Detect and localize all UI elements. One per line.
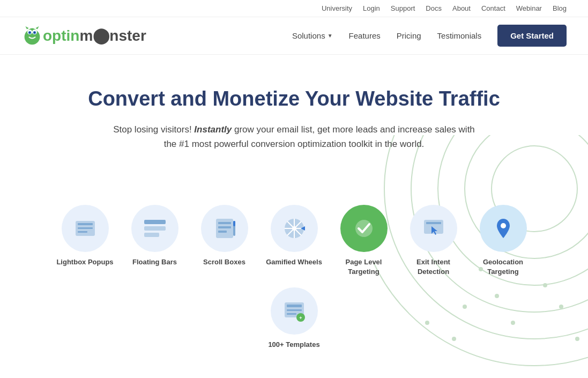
templates-icon-bg: + [271, 287, 318, 335]
main-nav: optinm⬤nster Solutions ▼ Features Pricin… [0, 17, 588, 55]
svg-marker-9 [35, 26, 39, 29]
svg-rect-30 [144, 226, 166, 231]
svg-rect-26 [78, 223, 93, 225]
get-started-button[interactable]: Get Started [497, 25, 567, 47]
lightbox-popups-icon-bg [62, 205, 109, 252]
features-link[interactable]: Features [349, 31, 381, 40]
chevron-down-icon: ▼ [328, 33, 333, 39]
svg-rect-27 [78, 227, 93, 229]
university-link[interactable]: University [322, 4, 352, 12]
contact-link[interactable]: Contact [481, 4, 505, 12]
geolocation-targeting-icon [490, 216, 516, 241]
svg-rect-51 [287, 305, 302, 307]
lightbox-popups-label: Lightbox Popups [56, 257, 113, 267]
hero-section: Convert and Monetize Your Website Traffi… [0, 55, 588, 194]
exit-intent-detection-icon-bg [410, 205, 457, 252]
svg-rect-34 [218, 226, 231, 228]
gamified-wheels-icon [281, 216, 307, 241]
feature-gamified-wheels[interactable]: Gamified Wheels [265, 205, 324, 277]
svg-point-6 [29, 32, 31, 33]
svg-point-49 [501, 223, 506, 228]
svg-rect-31 [144, 233, 159, 237]
login-link[interactable]: Login [363, 4, 380, 12]
page-level-targeting-label: Page Level Targeting [334, 257, 393, 277]
page-level-targeting-icon [351, 216, 377, 241]
nav-links: Solutions ▼ Features Pricing Testimonial… [292, 25, 567, 47]
blog-link[interactable]: Blog [553, 4, 567, 12]
exit-intent-detection-label: Exit Intent Detection [404, 257, 463, 277]
feature-templates[interactable]: + 100+ Templates [265, 287, 324, 350]
webinar-link[interactable]: Webinar [516, 4, 542, 12]
floating-bars-label: Floating Bars [132, 257, 177, 267]
feature-scroll-boxes[interactable]: Scroll Boxes [195, 205, 254, 277]
hero-headline: Convert and Monetize Your Website Traffi… [21, 87, 567, 112]
top-nav: University Login Support Docs About Cont… [0, 0, 588, 17]
scroll-boxes-icon [212, 216, 237, 241]
feature-lightbox-popups[interactable]: Lightbox Popups [56, 205, 115, 277]
feature-page-level-targeting[interactable]: Page Level Targeting [334, 205, 393, 277]
svg-rect-29 [144, 220, 166, 224]
svg-marker-8 [25, 26, 28, 29]
testimonials-link[interactable]: Testimonials [437, 31, 482, 40]
svg-text:+: + [299, 315, 302, 321]
templates-icon: + [281, 298, 307, 324]
svg-rect-28 [78, 231, 87, 233]
floating-bars-icon [142, 216, 168, 241]
support-link[interactable]: Support [391, 4, 415, 12]
features-row: Lightbox Popups Floating Bars [0, 194, 588, 372]
geolocation-targeting-icon-bg [480, 205, 527, 252]
feature-geolocation-targeting[interactable]: Geolocation Targeting [474, 205, 533, 277]
hero-subtext: Stop losing visitors! Instantly grow you… [112, 122, 477, 151]
gamified-wheels-icon-bg [271, 205, 318, 252]
templates-label: 100+ Templates [268, 340, 319, 350]
logo[interactable]: optinm⬤nster [21, 26, 146, 46]
svg-rect-46 [424, 220, 443, 234]
scroll-boxes-label: Scroll Boxes [203, 257, 245, 267]
svg-rect-33 [218, 222, 231, 224]
geolocation-targeting-label: Geolocation Targeting [474, 257, 533, 277]
feature-floating-bars[interactable]: Floating Bars [125, 205, 184, 277]
lightbox-popups-icon [72, 216, 98, 241]
svg-rect-53 [287, 313, 296, 315]
pricing-link[interactable]: Pricing [397, 31, 421, 40]
cta-section: Get OptinMonster Now ▶ Watch the video ↩… [0, 372, 588, 378]
svg-point-43 [292, 226, 296, 231]
svg-rect-52 [287, 309, 302, 311]
svg-rect-47 [426, 222, 441, 224]
docs-link[interactable]: Docs [426, 4, 442, 12]
about-link[interactable]: About [452, 4, 471, 12]
exit-intent-detection-icon [421, 216, 446, 241]
page-level-targeting-icon-bg [340, 205, 388, 252]
feature-exit-intent-detection[interactable]: Exit Intent Detection [404, 205, 463, 277]
solutions-link[interactable]: Solutions ▼ [292, 31, 333, 40]
svg-rect-35 [218, 231, 227, 233]
gamified-wheels-label: Gamified Wheels [266, 257, 322, 267]
scroll-boxes-icon-bg [201, 205, 248, 252]
floating-bars-icon-bg [131, 205, 178, 252]
svg-point-7 [34, 32, 35, 33]
svg-rect-37 [233, 221, 235, 226]
